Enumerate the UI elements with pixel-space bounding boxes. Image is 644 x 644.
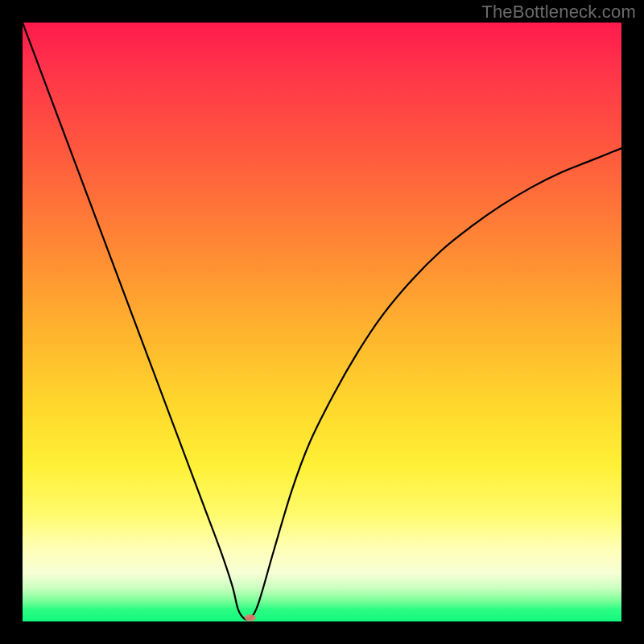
bottleneck-curve <box>23 23 621 621</box>
watermark-text: TheBottleneck.com <box>481 2 636 23</box>
svg-point-0 <box>245 614 256 621</box>
optimum-marker <box>245 614 256 621</box>
chart-frame: TheBottleneck.com <box>0 0 644 644</box>
plot-area <box>23 23 621 621</box>
